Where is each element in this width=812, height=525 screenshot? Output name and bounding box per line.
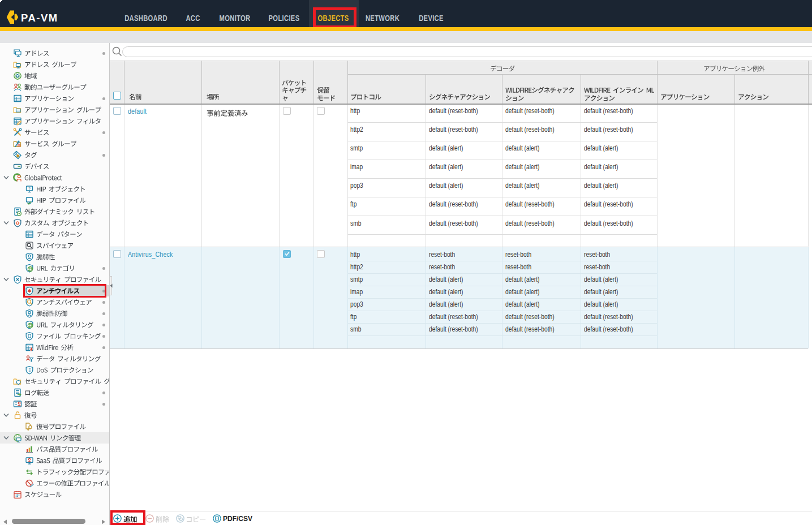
svg-text:?: ?	[28, 187, 31, 191]
